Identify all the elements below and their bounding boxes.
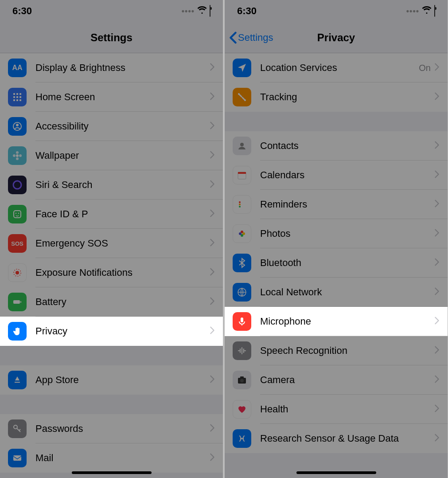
settings-row-health[interactable]: Health bbox=[225, 395, 448, 424]
svg-point-13 bbox=[16, 157, 19, 160]
settings-row-accessibility[interactable]: Accessibility bbox=[0, 112, 223, 141]
svg-rect-2 bbox=[19, 93, 21, 95]
aa-icon: AA bbox=[8, 59, 27, 77]
svg-rect-17 bbox=[14, 211, 21, 218]
settings-row-passwords[interactable]: Passwords bbox=[0, 414, 223, 443]
svg-rect-25 bbox=[13, 455, 21, 461]
home-indicator[interactable] bbox=[72, 471, 152, 474]
chevron-right-icon bbox=[210, 92, 215, 102]
back-button[interactable]: Settings bbox=[229, 31, 273, 44]
settings-row-wallpaper[interactable]: Wallpaper bbox=[0, 141, 223, 170]
settings-row-localnet[interactable]: Local Network bbox=[225, 278, 448, 307]
chevron-right-icon bbox=[434, 92, 440, 102]
settings-row-contacts[interactable]: Contacts bbox=[225, 131, 448, 161]
svg-rect-39 bbox=[241, 317, 243, 322]
row-label: Local Network bbox=[260, 286, 434, 298]
row-label: Siri & Search bbox=[35, 179, 210, 191]
hand-icon bbox=[8, 322, 27, 341]
mail-icon bbox=[8, 449, 27, 467]
chevron-right-icon bbox=[434, 346, 440, 356]
chevron-right-icon bbox=[434, 170, 440, 180]
settings-row-calendars[interactable]: Calendars bbox=[225, 161, 448, 190]
row-value: On bbox=[419, 63, 431, 73]
svg-point-15 bbox=[19, 154, 22, 157]
chevron-right-icon bbox=[210, 297, 215, 307]
status-bar: 6:30 •••• bbox=[0, 0, 223, 22]
photos-icon bbox=[233, 224, 251, 243]
wifi-icon bbox=[197, 5, 207, 17]
svg-point-27 bbox=[244, 99, 246, 101]
list-group: Location ServicesOnTracking bbox=[225, 53, 448, 112]
chevron-right-icon bbox=[434, 200, 440, 209]
row-label: Display & Brightness bbox=[35, 62, 210, 74]
chevron-right-icon bbox=[210, 268, 215, 278]
group-spacer bbox=[0, 346, 223, 365]
settings-row-photos[interactable]: Photos bbox=[225, 219, 448, 248]
nav-bar: Settings bbox=[0, 22, 223, 53]
svg-rect-42 bbox=[240, 376, 244, 378]
settings-row-siri[interactable]: Siri & Search bbox=[0, 170, 223, 200]
chevron-right-icon bbox=[210, 63, 215, 73]
row-label: Battery bbox=[35, 296, 210, 308]
row-label: Microphone bbox=[260, 316, 434, 327]
settings-row-display[interactable]: AADisplay & Brightness bbox=[0, 53, 223, 82]
settings-row-location[interactable]: Location ServicesOn bbox=[225, 53, 448, 82]
row-label: Face ID & P bbox=[35, 208, 210, 220]
sos-icon: SOS bbox=[8, 234, 27, 253]
bluetooth-icon bbox=[233, 254, 251, 272]
settings-row-camera[interactable]: Camera bbox=[225, 365, 448, 395]
row-label: Health bbox=[260, 404, 434, 415]
settings-row-mail[interactable]: Mail bbox=[0, 443, 223, 473]
settings-row-tracking[interactable]: Tracking bbox=[225, 82, 448, 112]
svg-rect-1 bbox=[16, 93, 18, 95]
settings-row-exposure[interactable]: Exposure Notifications bbox=[0, 258, 223, 287]
svg-point-14 bbox=[13, 154, 16, 157]
settings-row-microphone[interactable]: Microphone bbox=[225, 307, 448, 336]
location-icon bbox=[233, 59, 251, 77]
row-label: Reminders bbox=[260, 199, 434, 210]
settings-row-bluetooth[interactable]: Bluetooth bbox=[225, 248, 448, 278]
row-label: Camera bbox=[260, 374, 434, 386]
chevron-right-icon bbox=[434, 375, 440, 385]
settings-row-appstore[interactable]: App Store bbox=[0, 365, 223, 395]
back-label: Settings bbox=[238, 32, 273, 43]
page-title: Settings bbox=[90, 31, 132, 44]
chevron-right-icon bbox=[210, 209, 215, 219]
row-label: Bluetooth bbox=[260, 257, 434, 269]
settings-list[interactable]: AADisplay & BrightnessHome ScreenAccessi… bbox=[0, 53, 223, 473]
chevron-right-icon bbox=[434, 287, 440, 297]
svg-point-20 bbox=[16, 271, 19, 274]
nav-bar: Settings Privacy bbox=[225, 22, 448, 53]
svg-point-31 bbox=[239, 201, 241, 203]
privacy-screen: 6:30 •••• Settings Privacy Location Serv… bbox=[225, 0, 448, 478]
settings-row-speech[interactable]: Speech Recognition bbox=[225, 336, 448, 365]
row-label: Passwords bbox=[35, 423, 210, 435]
chevron-right-icon bbox=[210, 239, 215, 248]
list-group: ContactsCalendarsRemindersPhotosBluetoot… bbox=[225, 131, 448, 453]
settings-row-battery[interactable]: Battery bbox=[0, 287, 223, 317]
flower-icon bbox=[8, 146, 27, 165]
row-label: Wallpaper bbox=[35, 150, 210, 161]
settings-row-faceid[interactable]: Face ID & P bbox=[0, 200, 223, 229]
row-label: Contacts bbox=[260, 140, 434, 152]
chevron-right-icon bbox=[210, 151, 215, 161]
wave-icon bbox=[233, 341, 251, 360]
cell-dots-icon: •••• bbox=[182, 7, 195, 16]
privacy-list[interactable]: Location ServicesOnTrackingContactsCalen… bbox=[225, 53, 448, 453]
group-spacer bbox=[0, 395, 223, 414]
svg-rect-22 bbox=[13, 300, 20, 304]
list-group: PasswordsMail bbox=[0, 414, 223, 473]
settings-row-home[interactable]: Home Screen bbox=[0, 82, 223, 112]
svg-rect-23 bbox=[20, 301, 21, 303]
settings-row-reminders[interactable]: Reminders bbox=[225, 190, 448, 219]
contacts-icon bbox=[233, 137, 251, 155]
chevron-right-icon bbox=[434, 141, 440, 151]
settings-row-sos[interactable]: SOSEmergency SOS bbox=[0, 229, 223, 258]
row-label: Mail bbox=[35, 452, 210, 464]
chevron-right-icon bbox=[210, 121, 215, 131]
appstore-icon bbox=[8, 371, 27, 389]
home-indicator[interactable] bbox=[296, 471, 376, 474]
chevron-right-icon bbox=[434, 258, 440, 268]
settings-row-privacy[interactable]: Privacy bbox=[0, 317, 223, 346]
settings-row-research[interactable]: Research Sensor & Usage Data bbox=[225, 424, 448, 453]
